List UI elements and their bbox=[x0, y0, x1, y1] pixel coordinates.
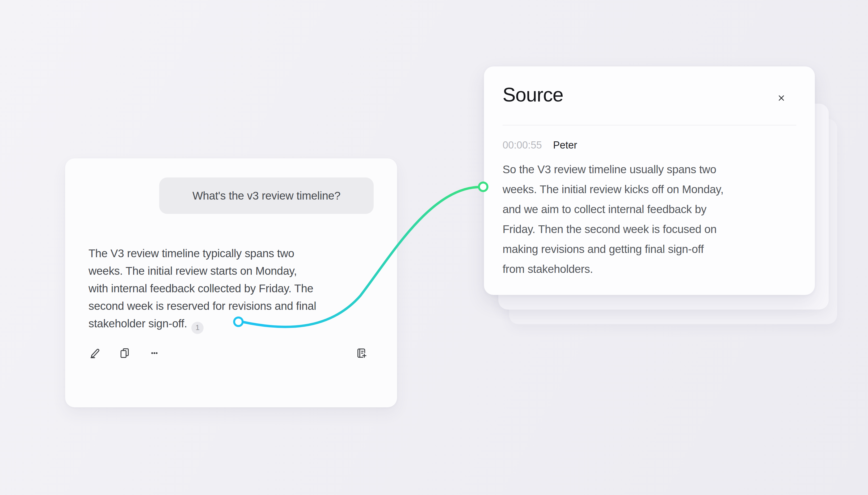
canvas: What's the v3 review timeline? The V3 re… bbox=[0, 0, 868, 495]
answer-toolbar bbox=[88, 347, 374, 359]
speaker-name: Peter bbox=[553, 139, 577, 151]
assistant-answer-text: The V3 review timeline typically spans t… bbox=[88, 247, 316, 330]
chat-card: What's the v3 review timeline? The V3 re… bbox=[65, 158, 397, 407]
add-to-note-button[interactable] bbox=[355, 347, 368, 359]
source-panel-title: Source bbox=[503, 85, 796, 105]
more-options-button[interactable] bbox=[148, 347, 161, 359]
more-options-icon bbox=[148, 347, 160, 359]
copy-icon bbox=[119, 347, 131, 359]
timestamp: 00:00:55 bbox=[503, 139, 542, 151]
copy-button[interactable] bbox=[118, 347, 131, 359]
answer-toolbar-left-group bbox=[88, 347, 161, 359]
edit-pencil-icon bbox=[89, 347, 101, 359]
source-entry-meta: 00:00:55 Peter bbox=[503, 139, 796, 151]
user-question-bubble: What's the v3 review timeline? bbox=[159, 177, 374, 214]
user-question-text: What's the v3 review timeline? bbox=[192, 189, 340, 202]
edit-button[interactable] bbox=[88, 347, 101, 359]
close-button[interactable] bbox=[775, 92, 788, 104]
source-transcript-text: So the V3 review timeline usually spans … bbox=[503, 159, 796, 279]
add-to-note-icon bbox=[355, 347, 368, 359]
citation-badge[interactable]: 1 bbox=[191, 322, 204, 334]
assistant-answer: The V3 review timeline typically spans t… bbox=[88, 245, 374, 334]
close-icon bbox=[776, 92, 787, 104]
source-panel: Source 00:00:55 Peter So the V3 review t… bbox=[484, 66, 815, 295]
header-divider bbox=[503, 125, 796, 125]
